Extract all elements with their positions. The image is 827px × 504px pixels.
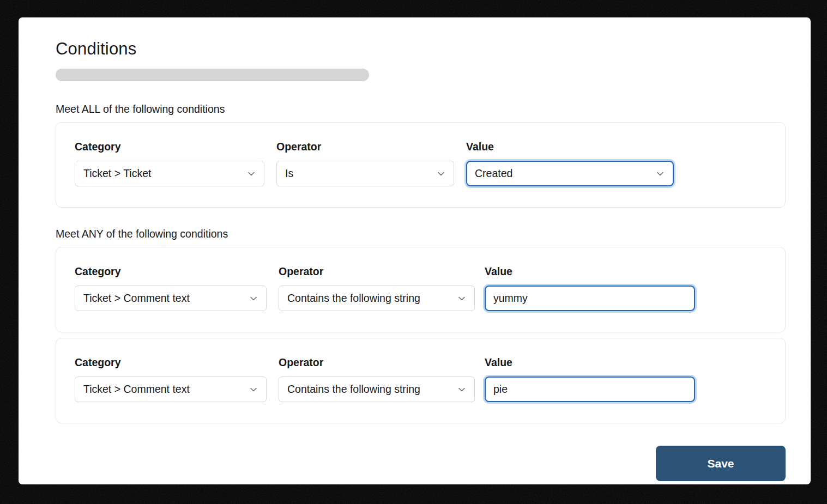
operator-select-value: Is [285, 167, 293, 180]
operator-field: Operator Contains the following string [279, 265, 475, 311]
window-frame: Conditions Meet ALL of the following con… [0, 0, 827, 504]
value-input[interactable] [485, 377, 695, 402]
category-select[interactable]: Ticket > Comment text [75, 286, 267, 311]
chevron-down-icon [457, 385, 467, 394]
value-select[interactable]: Created [466, 161, 674, 186]
condition-row: Category Ticket > Comment text Operator … [75, 265, 766, 311]
operator-field: Operator Contains the following string [279, 356, 475, 402]
section-heading-all: Meet ALL of the following conditions [56, 103, 786, 116]
value-select-value: Created [475, 167, 512, 180]
value-label: Value [485, 265, 695, 278]
condition-row: Category Ticket > Comment text Operator … [75, 356, 766, 402]
chevron-down-icon [249, 294, 258, 303]
category-select[interactable]: Ticket > Ticket [75, 161, 264, 186]
chevron-down-icon [436, 169, 446, 179]
page-title: Conditions [56, 39, 786, 59]
category-field: Category Ticket > Ticket [75, 141, 264, 186]
condition-card-any-1: Category Ticket > Comment text Operator … [56, 247, 786, 332]
condition-card-all-1: Category Ticket > Ticket Operator Is [56, 122, 786, 208]
category-label: Category [75, 356, 267, 369]
chevron-down-icon [655, 169, 665, 179]
save-button[interactable]: Save [656, 446, 786, 481]
operator-field: Operator Is [276, 141, 454, 186]
category-label: Category [75, 141, 264, 153]
operator-select[interactable]: Is [276, 161, 454, 186]
category-field: Category Ticket > Comment text [75, 356, 267, 402]
value-input[interactable] [485, 286, 695, 311]
chevron-down-icon [249, 385, 258, 394]
operator-select[interactable]: Contains the following string [279, 377, 475, 402]
chevron-down-icon [246, 169, 256, 179]
category-label: Category [75, 265, 267, 278]
section-heading-any: Meet ANY of the following conditions [56, 228, 786, 240]
app-panel: Conditions Meet ALL of the following con… [19, 17, 811, 484]
value-field: Value Created [466, 141, 674, 186]
condition-card-any-2: Category Ticket > Comment text Operator … [56, 338, 786, 423]
save-row: Save [56, 446, 786, 481]
value-field: Value [485, 265, 695, 311]
skeleton-placeholder-bar [56, 69, 369, 81]
conditions-page: Conditions Meet ALL of the following con… [19, 17, 811, 484]
chevron-down-icon [457, 294, 467, 303]
category-select-value: Ticket > Ticket [83, 167, 151, 180]
operator-label: Operator [279, 356, 475, 369]
operator-label: Operator [279, 265, 475, 278]
operator-label: Operator [276, 141, 454, 153]
category-select-value: Ticket > Comment text [83, 292, 190, 305]
operator-select[interactable]: Contains the following string [279, 286, 475, 311]
category-select[interactable]: Ticket > Comment text [75, 377, 267, 402]
operator-select-value: Contains the following string [287, 383, 420, 396]
value-label: Value [466, 141, 674, 153]
value-label: Value [485, 356, 695, 369]
category-field: Category Ticket > Comment text [75, 265, 267, 311]
value-field: Value [485, 356, 695, 402]
category-select-value: Ticket > Comment text [83, 383, 190, 396]
condition-row: Category Ticket > Ticket Operator Is [75, 141, 766, 186]
operator-select-value: Contains the following string [287, 292, 420, 305]
